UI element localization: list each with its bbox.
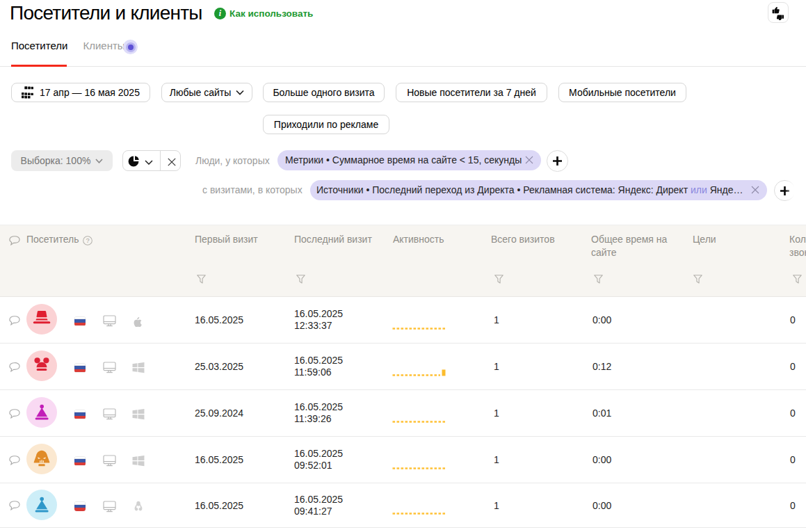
- svg-text:?: ?: [86, 237, 89, 244]
